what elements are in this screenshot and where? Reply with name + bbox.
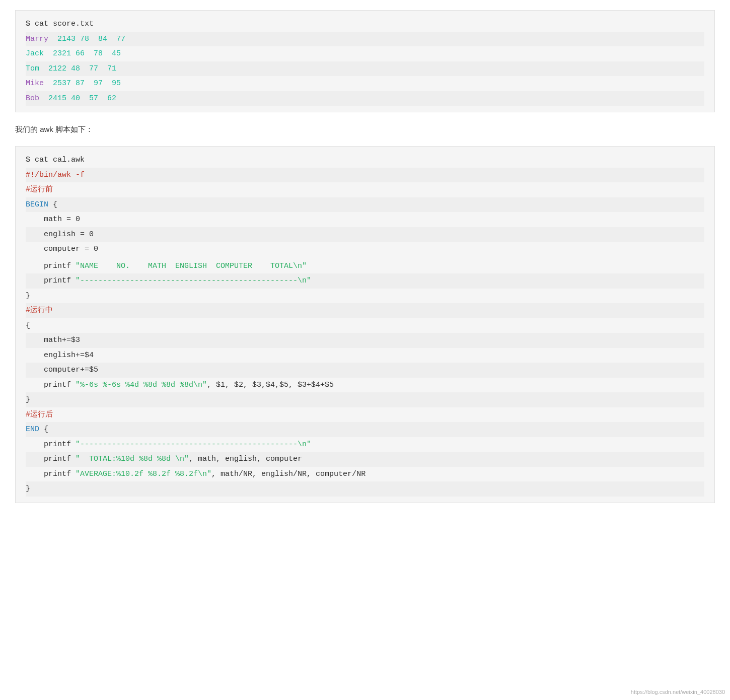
score-row: Bob 2415 40 57 62 [26,91,704,106]
awk-line: printf "NAME NO. MATH ENGLISH COMPUTER T… [26,259,704,274]
awk-line: math = 0 [26,212,704,227]
awk-line: #!/bin/awk -f [26,168,704,183]
watermark: https://blog.csdn.net/weixin_40028030 [631,689,725,695]
awk-line: END { [26,422,704,437]
awk-line: computer+=$5 [26,363,704,378]
awk-line: printf "%-6s %-6s %4d %8d %8d %8d\n", $1… [26,378,704,393]
score-cmd-line: $ cat score.txt [26,17,704,32]
awk-block: $ cat cal.awk #!/bin/awk -f#运行前BEGIN { m… [15,146,715,503]
score-row: Jack 2321 66 78 45 [26,46,704,61]
awk-line: printf " TOTAL:%10d %8d %8d \n", math, e… [26,452,704,467]
score-row: Marry 2143 78 84 77 [26,32,704,47]
awk-line: math+=$3 [26,333,704,348]
awk-line: printf "--------------------------------… [26,273,704,289]
awk-line: } [26,392,704,407]
awk-line: { [26,318,704,333]
score-row: Tom 2122 48 77 71 [26,61,704,77]
awk-line: printf "AVERAGE:%10.2f %8.2f %8.2f\n", m… [26,467,704,482]
awk-line: english+=$4 [26,348,704,363]
score-row: Mike 2537 87 97 95 [26,76,704,91]
awk-line: computer = 0 [26,242,704,257]
awk-line: #运行后 [26,407,704,423]
awk-line: #运行中 [26,303,704,318]
prose-text: 我们的 awk 脚本如下： [15,122,715,136]
awk-cmd-line: $ cat cal.awk [26,153,704,168]
awk-line: } [26,481,704,497]
awk-line: printf "--------------------------------… [26,437,704,452]
awk-line: BEGIN { [26,197,704,213]
score-block: $ cat score.txt Marry 2143 78 84 77Jack … [15,10,715,112]
awk-line: #运行前 [26,182,704,197]
awk-line: english = 0 [26,227,704,242]
awk-line: } [26,289,704,304]
